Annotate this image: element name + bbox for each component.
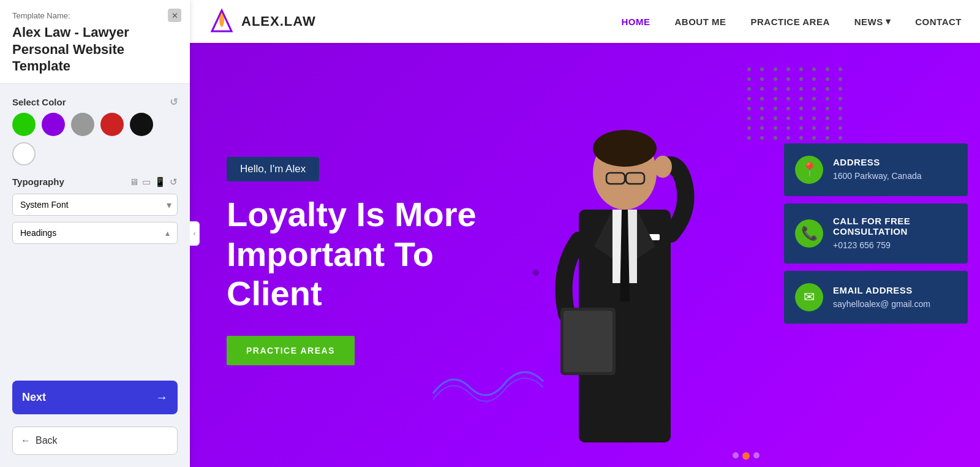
nav-news[interactable]: NEWS ▾ xyxy=(854,16,891,27)
hero-heading: Loyalty Is More Important To Client xyxy=(227,195,533,313)
headings-select[interactable]: Headings ▴ xyxy=(12,222,178,244)
phone-icon: 📞 xyxy=(801,226,818,241)
nav-links: HOME ABOUT ME PRACTICE AREA NEWS ▾ CONTA… xyxy=(621,16,962,27)
address-detail: 1600 Parkway, Canada xyxy=(833,170,922,183)
address-card: 📍 ADDRESS 1600 Parkway, Canada xyxy=(784,143,968,196)
font-select-wrapper: System Font Roboto Open Sans Lato ▾ xyxy=(12,194,178,216)
email-icon: ✉ xyxy=(804,289,815,305)
spacer xyxy=(12,255,178,368)
typography-label: Typography xyxy=(12,177,64,187)
next-button[interactable]: Next → xyxy=(12,381,178,414)
svg-rect-13 xyxy=(564,311,612,372)
color-swatch-green[interactable] xyxy=(12,113,36,136)
nav-contact[interactable]: CONTACT xyxy=(915,17,962,27)
template-title: Alex Law - Lawyer Personal Website Templ… xyxy=(12,24,178,75)
phone-card: 📞 CALL FOR FREE CONSULTATION +0123 656 7… xyxy=(784,203,968,264)
phone-icon-circle: 📞 xyxy=(795,219,823,248)
panel-header: Template Name: Alex Law - Lawyer Persona… xyxy=(0,0,190,84)
close-button[interactable]: ✕ xyxy=(168,9,181,22)
email-card: ✉ EMAIL ADDRESS sayhelloalex@ gmail.com xyxy=(784,271,968,324)
reset-color-icon[interactable]: ↺ xyxy=(170,96,178,108)
main-content: ALEX.LAW HOME ABOUT ME PRACTICE AREA NEW… xyxy=(190,0,980,467)
color-swatch-purple[interactable] xyxy=(42,113,65,136)
phone-card-text: CALL FOR FREE CONSULTATION +0123 656 759 xyxy=(833,216,956,252)
color-swatches xyxy=(12,113,178,165)
color-swatch-gray[interactable] xyxy=(71,113,94,136)
address-icon-circle: 📍 xyxy=(795,156,823,184)
font-select[interactable]: System Font Roboto Open Sans Lato xyxy=(12,194,178,216)
lawyer-svg xyxy=(527,87,723,467)
info-cards: 📍 ADDRESS 1600 Parkway, Canada 📞 CALL FO… xyxy=(772,0,980,467)
back-button[interactable]: ← Back xyxy=(12,427,178,455)
email-title: EMAIL ADDRESS xyxy=(833,285,930,295)
color-swatch-red[interactable] xyxy=(100,113,124,136)
color-swatch-black[interactable] xyxy=(130,113,153,136)
typography-icons: 🖥 ▭ 📱 ↺ xyxy=(129,177,178,188)
navbar: ALEX.LAW HOME ABOUT ME PRACTICE AREA NEW… xyxy=(190,0,980,43)
typography-section: Typography 🖥 ▭ 📱 ↺ System Font Roboto Op… xyxy=(12,177,178,244)
logo-area: ALEX.LAW xyxy=(208,8,316,35)
slide-indicator xyxy=(733,452,760,460)
location-pin-icon: 📍 xyxy=(801,162,818,178)
typography-header: Typography 🖥 ▭ 📱 ↺ xyxy=(12,177,178,188)
email-detail: sayhelloalex@ gmail.com xyxy=(833,298,930,311)
nav-practice[interactable]: PRACTICE AREA xyxy=(750,17,829,27)
mobile-icon[interactable]: 📱 xyxy=(154,177,166,188)
color-swatch-white[interactable] xyxy=(12,142,36,165)
phone-title: CALL FOR FREE CONSULTATION xyxy=(833,216,956,237)
hello-badge: Hello, I'm Alex xyxy=(227,157,319,181)
color-section-label: Select Color ↺ xyxy=(12,96,178,108)
monitor-icon[interactable]: 🖥 xyxy=(129,177,138,187)
template-label: Template Name: xyxy=(12,11,178,20)
news-dropdown-icon: ▾ xyxy=(886,16,891,27)
email-icon-circle: ✉ xyxy=(795,283,823,311)
svg-point-11 xyxy=(654,156,672,178)
address-title: ADDRESS xyxy=(833,157,922,167)
headings-chevron-icon: ▴ xyxy=(165,228,170,238)
logo-icon xyxy=(208,8,235,35)
next-arrow-icon: → xyxy=(156,390,168,404)
dot-indicator-3[interactable] xyxy=(753,452,760,458)
back-arrow-icon: ← xyxy=(21,435,31,446)
left-panel: Template Name: Alex Law - Lawyer Persona… xyxy=(0,0,190,467)
svg-point-7 xyxy=(593,130,657,167)
address-card-text: ADDRESS 1600 Parkway, Canada xyxy=(833,157,922,183)
logo-text: ALEX.LAW xyxy=(241,13,316,29)
panel-body: Select Color ↺ Typography 🖥 ▭ xyxy=(0,84,190,468)
dot-indicator-1[interactable] xyxy=(733,452,739,458)
nav-about[interactable]: ABOUT ME xyxy=(674,17,726,27)
email-card-text: EMAIL ADDRESS sayhelloalex@ gmail.com xyxy=(833,285,930,311)
reset-typography-icon[interactable]: ↺ xyxy=(170,177,178,188)
tablet-icon[interactable]: ▭ xyxy=(142,177,151,188)
phone-detail: +0123 656 759 xyxy=(833,240,956,252)
nav-home[interactable]: HOME xyxy=(621,17,650,27)
practice-areas-button[interactable]: PRACTICE AREAS xyxy=(227,336,355,365)
lawyer-figure xyxy=(527,87,723,467)
color-section: Select Color ↺ xyxy=(12,96,178,165)
collapse-tab[interactable]: ‹ xyxy=(190,221,200,246)
dot-indicator-2[interactable] xyxy=(742,452,750,460)
